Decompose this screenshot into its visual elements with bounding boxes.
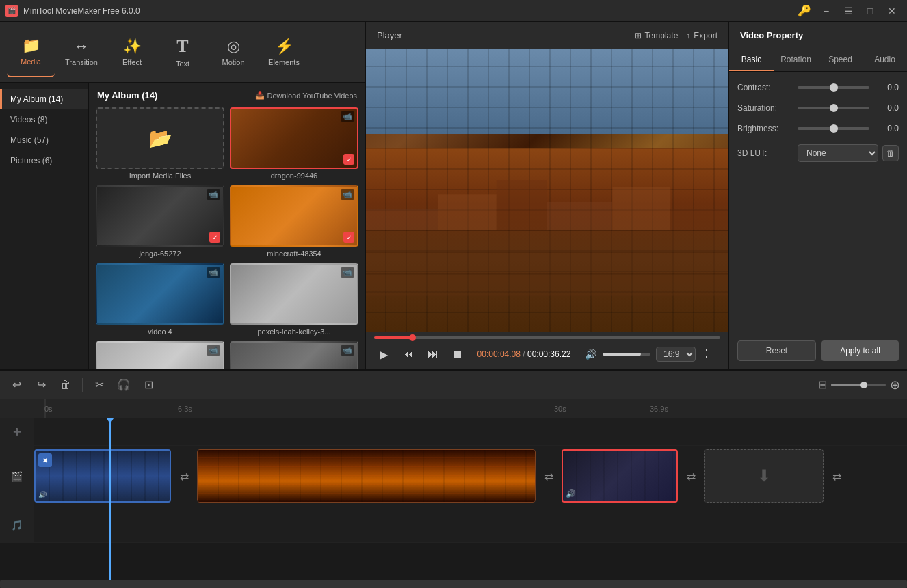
- export-button[interactable]: ↑ Export: [686, 31, 718, 40]
- contrast-slider[interactable]: [798, 86, 869, 89]
- toolbar-elements-button[interactable]: ⚡ Elements: [260, 27, 308, 77]
- video4-thumb[interactable]: 📹: [96, 263, 224, 325]
- extra1-thumb[interactable]: 📹: [96, 341, 224, 369]
- lut-delete-button[interactable]: 🗑: [882, 145, 899, 161]
- sidebar-item-my-album[interactable]: My Album (14): [0, 89, 88, 109]
- menu-button[interactable]: ☰: [839, 4, 858, 18]
- media-label: Media: [21, 57, 41, 66]
- volume-fill: [603, 353, 641, 356]
- cut-button[interactable]: ✂: [90, 375, 109, 395]
- tab-audio[interactable]: Audio: [863, 49, 907, 71]
- video-cam-icon5: 📹: [341, 267, 354, 278]
- transition-arrow-2[interactable]: ⇄: [536, 449, 562, 503]
- jenga-media-item[interactable]: 📹 ✓ jenga-65272: [96, 185, 224, 258]
- brightness-row: Brightness: 0.0: [737, 124, 899, 133]
- transition-arrow-4[interactable]: ⇄: [824, 449, 850, 503]
- sidebar-item-videos[interactable]: Videos (8): [0, 109, 88, 130]
- import-thumb[interactable]: 📂: [96, 107, 224, 169]
- extra2-media-item[interactable]: 📹: [230, 341, 358, 369]
- zoom-thumb[interactable]: [860, 382, 867, 388]
- next-button[interactable]: ⏭: [423, 345, 443, 364]
- toolbar-transition-button[interactable]: ↔ Transition: [57, 27, 105, 77]
- toolbar-text-button[interactable]: T Text: [159, 27, 207, 77]
- reset-button[interactable]: Reset: [737, 340, 816, 361]
- video-clip-3[interactable]: 🔊: [562, 449, 678, 503]
- stop-button[interactable]: ⏹: [448, 345, 467, 364]
- extra2-thumb[interactable]: 📹: [230, 341, 358, 369]
- download-youtube-button[interactable]: 📥 Download YouTube Videos: [255, 91, 358, 100]
- zoom-slider[interactable]: [831, 384, 886, 386]
- scroll-track[interactable]: [0, 580, 907, 588]
- extra1-media-item[interactable]: 📹: [96, 341, 224, 369]
- album-title: My Album (14): [97, 90, 157, 101]
- video-clip-4[interactable]: ⬇: [704, 449, 824, 503]
- controls-row: ▶ ⏮ ⏭ ⏹ 00:00:04.08 / 00:00:36.22 🔊 16:9: [374, 345, 720, 364]
- pexels-media-item[interactable]: 📹 pexels-leah-kelley-3...: [230, 263, 358, 336]
- svg-rect-3: [497, 180, 547, 230]
- media-header: My Album (14) 📥 Download YouTube Videos: [96, 90, 358, 101]
- transition-arrow-3[interactable]: ⇄: [678, 449, 704, 503]
- timeline-scroll[interactable]: [0, 580, 907, 588]
- crop-button[interactable]: ⊡: [139, 375, 158, 395]
- fullscreen-button[interactable]: ⛶: [701, 345, 720, 364]
- tab-rotation[interactable]: Rotation: [774, 49, 818, 71]
- zoom-out-icon[interactable]: ⊟: [818, 378, 827, 391]
- audio-button[interactable]: 🎧: [114, 375, 133, 395]
- play-button[interactable]: ▶: [374, 345, 393, 364]
- pexels-thumb[interactable]: 📹: [230, 263, 358, 325]
- undo-button[interactable]: ↩: [7, 375, 26, 395]
- toolbar-effect-button[interactable]: ✨ Effect: [108, 27, 156, 77]
- video-cam-icon2: 📹: [207, 189, 220, 200]
- minimize-button[interactable]: −: [817, 4, 836, 18]
- download-icon: 📥: [255, 91, 265, 100]
- dragon-media-item[interactable]: 📹 ✓ dragon-99446: [230, 107, 358, 180]
- tab-basic[interactable]: Basic: [729, 49, 774, 71]
- sidebar-item-music[interactable]: Music (57): [0, 130, 88, 150]
- volume-slider[interactable]: [603, 353, 650, 356]
- sidebar-item-pictures[interactable]: Pictures (6): [0, 150, 88, 171]
- video-cam-icon3: 📹: [341, 189, 354, 200]
- minecraft-media-item[interactable]: 📹 ✓ minecraft-48354: [230, 185, 358, 258]
- prev-button[interactable]: ⏮: [399, 345, 418, 364]
- zoom-in-icon[interactable]: ⊕: [890, 377, 900, 392]
- lut-select[interactable]: None: [798, 144, 878, 162]
- toolbar-motion-button[interactable]: ◎ Motion: [209, 27, 257, 77]
- brightness-label: Brightness:: [737, 124, 792, 133]
- zoom-area: ⊟ ⊕: [818, 377, 900, 392]
- minecraft-label: minecraft-48354: [267, 250, 321, 258]
- redo-button[interactable]: ↪: [31, 375, 51, 395]
- video4-media-item[interactable]: 📹 video 4: [96, 263, 224, 336]
- video-clip-1[interactable]: 🔊 ✖: [34, 449, 171, 503]
- saturation-thumb[interactable]: [830, 104, 838, 112]
- sidebar: My Album (14) Videos (8) Music (57) Pict…: [0, 83, 89, 369]
- transition-arrow-1[interactable]: ⇄: [171, 449, 197, 503]
- media-icon: 📁: [22, 37, 40, 55]
- property-header: Video Property: [729, 22, 907, 49]
- progress-bar[interactable]: [374, 336, 720, 339]
- total-time: 00:00:36.22: [527, 349, 570, 359]
- saturation-label: Saturation:: [737, 103, 792, 113]
- minecraft-thumb[interactable]: 📹 ✓: [230, 185, 358, 247]
- selected-check3: ✓: [343, 232, 354, 243]
- brightness-slider[interactable]: [798, 127, 869, 130]
- video-clip-2[interactable]: [197, 449, 536, 503]
- restore-button[interactable]: □: [860, 4, 880, 18]
- svg-rect-6: [670, 209, 728, 231]
- video-cam-icon7: 📹: [341, 345, 354, 356]
- progress-thumb[interactable]: [409, 334, 416, 341]
- toolbar-media-button[interactable]: 📁 Media: [7, 27, 55, 77]
- import-media-item[interactable]: 📂 Import Media Files: [96, 107, 224, 180]
- template-button[interactable]: ⊞ Template: [635, 31, 679, 40]
- aspect-ratio-select[interactable]: 16:9 9:16 1:1 4:3: [656, 347, 696, 362]
- brightness-thumb[interactable]: [830, 124, 838, 133]
- apply-to-all-button[interactable]: Apply to all: [821, 340, 899, 361]
- contrast-thumb[interactable]: [830, 83, 838, 92]
- volume-button[interactable]: 🔊: [581, 345, 600, 364]
- jenga-thumb[interactable]: 📹 ✓: [96, 185, 224, 247]
- dragon-thumb[interactable]: 📹 ✓: [230, 107, 358, 169]
- tab-speed[interactable]: Speed: [818, 49, 863, 71]
- center-panel: Player ⊞ Template ↑ Export: [366, 22, 729, 369]
- close-button[interactable]: ✕: [882, 4, 902, 18]
- saturation-slider[interactable]: [798, 107, 869, 109]
- delete-button[interactable]: 🗑: [56, 375, 75, 395]
